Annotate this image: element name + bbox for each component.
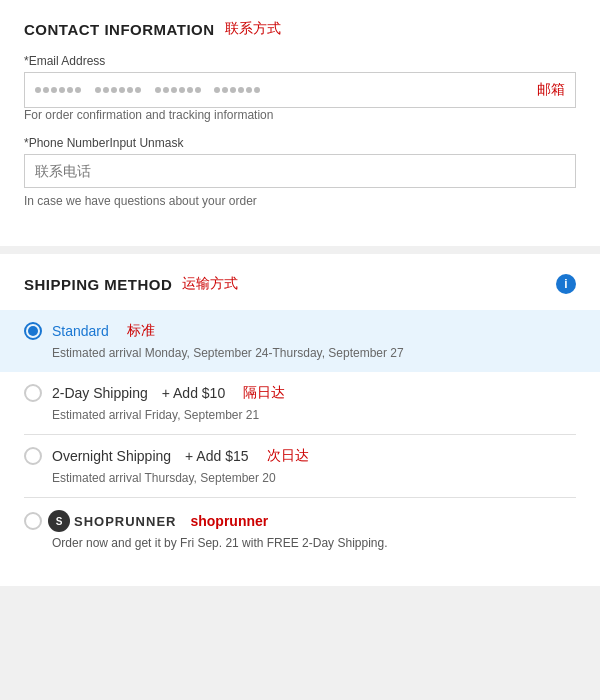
email-field-group: *Email Address bbox=[24, 54, 576, 122]
shipping-section: SHIPPING METHOD 运输方式 i Standard 标准 Estim… bbox=[0, 254, 600, 586]
phone-label: *Phone NumberInput Unmask bbox=[24, 136, 576, 150]
phone-field-group: *Phone NumberInput Unmask In case we hav… bbox=[24, 136, 576, 208]
overnight-radio[interactable] bbox=[24, 447, 42, 465]
contact-header: CONTACT INFORMATION 联系方式 bbox=[24, 20, 576, 38]
twoday-label-cn: 隔日达 bbox=[243, 384, 285, 402]
shipping-option-shoprunner[interactable]: S SHOPRUNNER shoprunner Order now and ge… bbox=[24, 498, 576, 562]
shipping-option-overnight[interactable]: Overnight Shipping + Add $15 次日达 Estimat… bbox=[24, 435, 576, 498]
email-input-display[interactable]: 邮箱 bbox=[24, 72, 576, 108]
shipping-title: SHIPPING METHOD bbox=[24, 276, 172, 293]
contact-title: CONTACT INFORMATION bbox=[24, 21, 215, 38]
overnight-cost: + Add $15 bbox=[185, 448, 248, 464]
phone-input[interactable] bbox=[24, 154, 576, 188]
overnight-label: Overnight Shipping bbox=[52, 448, 171, 464]
shoprunner-cn-label: shoprunner bbox=[190, 513, 268, 529]
shipping-header: SHIPPING METHOD 运输方式 i bbox=[24, 274, 576, 294]
standard-arrival: Estimated arrival Monday, September 24-T… bbox=[52, 346, 576, 360]
info-icon-label: i bbox=[564, 277, 567, 291]
overnight-label-cn: 次日达 bbox=[267, 447, 309, 465]
standard-label-cn: 标准 bbox=[127, 322, 155, 340]
shipping-title-cn: 运输方式 bbox=[182, 275, 238, 293]
contact-title-cn: 联系方式 bbox=[225, 20, 281, 38]
email-dots bbox=[35, 82, 260, 98]
shoprunner-radio[interactable] bbox=[24, 512, 42, 530]
email-cn-label: 邮箱 bbox=[537, 81, 565, 99]
shipping-option-standard[interactable]: Standard 标准 Estimated arrival Monday, Se… bbox=[0, 310, 600, 372]
phone-helper: In case we have questions about your ord… bbox=[24, 194, 576, 208]
shoprunner-desc: Order now and get it by Fri Sep. 21 with… bbox=[52, 536, 576, 550]
standard-radio[interactable] bbox=[24, 322, 42, 340]
overnight-option-row: Overnight Shipping + Add $15 次日达 bbox=[24, 447, 576, 465]
overnight-arrival: Estimated arrival Thursday, September 20 bbox=[52, 471, 576, 485]
standard-option-row: Standard 标准 bbox=[24, 322, 576, 340]
contact-section: CONTACT INFORMATION 联系方式 *Email Address bbox=[0, 0, 600, 246]
shoprunner-logo: S SHOPRUNNER bbox=[48, 510, 176, 532]
shoprunner-brand-label: SHOPRUNNER bbox=[74, 514, 176, 529]
standard-radio-inner bbox=[28, 326, 38, 336]
shoprunner-option-row: S SHOPRUNNER shoprunner bbox=[24, 510, 576, 532]
info-icon[interactable]: i bbox=[556, 274, 576, 294]
email-helper: For order confirmation and tracking info… bbox=[24, 108, 576, 122]
twoday-option-row: 2-Day Shipping + Add $10 隔日达 bbox=[24, 384, 576, 402]
twoday-label: 2-Day Shipping bbox=[52, 385, 148, 401]
twoday-radio[interactable] bbox=[24, 384, 42, 402]
standard-label: Standard bbox=[52, 323, 109, 339]
email-label: *Email Address bbox=[24, 54, 576, 68]
twoday-cost: + Add $10 bbox=[162, 385, 225, 401]
twoday-arrival: Estimated arrival Friday, September 21 bbox=[52, 408, 576, 422]
shoprunner-circle-icon: S bbox=[48, 510, 70, 532]
shipping-option-twoday[interactable]: 2-Day Shipping + Add $10 隔日达 Estimated a… bbox=[24, 372, 576, 435]
